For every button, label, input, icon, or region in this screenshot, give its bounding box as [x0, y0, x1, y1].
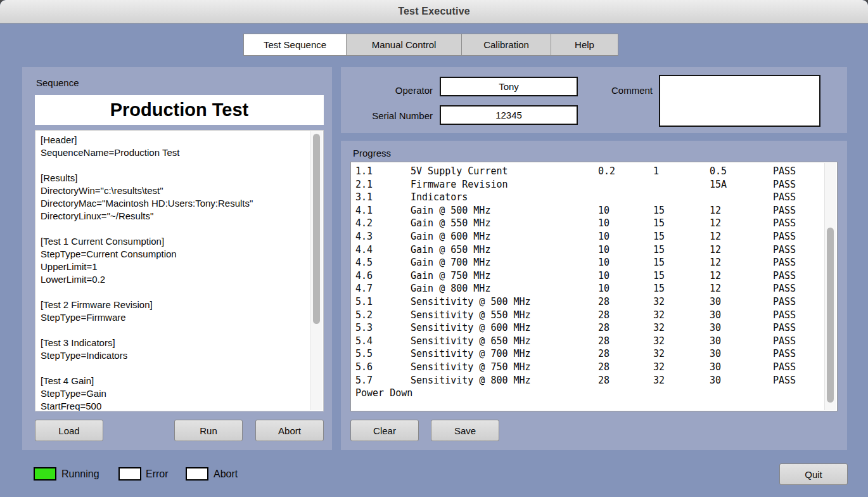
progress-cell-step: 5.7 — [355, 374, 411, 387]
running-indicator-label: Running — [61, 468, 99, 480]
window-title-bar[interactable]: Test Executive — [0, 0, 868, 23]
progress-cell-name: Gain @ 800 MHz — [411, 282, 598, 295]
quit-button[interactable]: Quit — [779, 463, 848, 485]
sequence-panel: Sequence Production Test [Header] Sequen… — [22, 67, 332, 450]
save-button[interactable]: Save — [431, 420, 499, 441]
comment-input[interactable] — [659, 75, 820, 127]
progress-cell-name: Gain @ 650 MHz — [411, 243, 598, 257]
progress-footer-line: Power Down — [351, 387, 837, 400]
progress-cell-high: 15 — [653, 269, 710, 283]
progress-row: 5.2Sensitivity @ 550 MHz283230PASS — [355, 309, 837, 322]
progress-cell-low: 10 — [598, 282, 653, 295]
progress-cell-measured — [710, 191, 773, 204]
progress-cell-step: 2.1 — [355, 178, 411, 191]
sequence-scrollbar-thumb[interactable] — [313, 134, 320, 324]
progress-row: 1.15V Supply Current0.210.5PASS — [355, 165, 837, 178]
progress-cell-step: 5.1 — [355, 295, 411, 309]
progress-cell-step: 3.1 — [355, 191, 411, 204]
progress-cell-low: 0.2 — [598, 165, 653, 178]
progress-cell-high: 32 — [653, 335, 710, 348]
progress-cell-low: 10 — [598, 230, 653, 243]
clear-button[interactable]: Clear — [350, 420, 419, 441]
abort-button[interactable]: Abort — [255, 420, 324, 441]
tab-manual-control[interactable]: Manual Control — [346, 34, 462, 56]
progress-cell-low: 28 — [598, 335, 653, 348]
sequence-scrollbar[interactable] — [310, 131, 322, 410]
progress-cell-step: 4.2 — [355, 217, 411, 230]
progress-cell-high — [653, 178, 710, 191]
progress-rows: 1.15V Supply Current0.210.5PASS2.1Firmwa… — [351, 162, 837, 387]
progress-cell-measured: 30 — [710, 335, 773, 348]
sequence-script-area[interactable]: [Header] SequenceName=Production Test [R… — [35, 130, 324, 411]
progress-cell-measured: 0.5 — [710, 165, 773, 178]
abort-indicator-label: Abort — [214, 468, 238, 480]
progress-cell-measured: 12 — [710, 217, 773, 230]
progress-cell-measured: 30 — [710, 295, 773, 309]
comment-label: Comment — [583, 85, 653, 96]
tab-help[interactable]: Help — [551, 34, 618, 56]
progress-cell-measured: 30 — [710, 321, 773, 335]
progress-cell-name: Gain @ 550 MHz — [411, 217, 598, 230]
serial-number-label: Serial Number — [341, 110, 433, 121]
progress-row: 4.7Gain @ 800 MHz101512PASS — [355, 282, 837, 295]
progress-cell-step: 4.5 — [355, 256, 411, 269]
progress-scrollbar-thumb[interactable] — [827, 228, 834, 403]
tab-test-sequence[interactable]: Test Sequence — [243, 34, 347, 56]
progress-row: 4.6Gain @ 750 MHz101512PASS — [355, 269, 837, 283]
progress-cell-step: 4.7 — [355, 282, 411, 295]
progress-cell-high: 15 — [653, 243, 710, 257]
progress-cell-name: Sensitivity @ 500 MHz — [411, 295, 598, 309]
progress-cell-high: 32 — [653, 295, 710, 309]
serial-number-input[interactable]: 12345 — [440, 105, 578, 125]
progress-cell-low: 10 — [598, 204, 653, 217]
progress-row: 4.4Gain @ 650 MHz101512PASS — [355, 243, 837, 257]
progress-cell-name: Gain @ 700 MHz — [411, 256, 598, 269]
load-button[interactable]: Load — [35, 420, 103, 441]
progress-cell-measured: 12 — [710, 204, 773, 217]
progress-cell-low: 10 — [598, 243, 653, 257]
progress-cell-name: 5V Supply Current — [411, 165, 598, 178]
run-button[interactable]: Run — [174, 420, 243, 441]
progress-cell-low: 10 — [598, 256, 653, 269]
error-indicator-led — [118, 467, 141, 481]
progress-cell-name: Sensitivity @ 700 MHz — [411, 347, 598, 361]
progress-cell-low: 28 — [598, 361, 653, 374]
progress-cell-low: 28 — [598, 309, 653, 322]
progress-cell-low: 10 — [598, 269, 653, 283]
progress-cell-step: 4.3 — [355, 230, 411, 243]
progress-cell-measured: 12 — [710, 269, 773, 283]
progress-cell-measured: 30 — [710, 361, 773, 374]
progress-cell-step: 4.1 — [355, 204, 411, 217]
progress-cell-name: Firmware Revision — [411, 178, 598, 191]
progress-cell-low: 28 — [598, 295, 653, 309]
progress-cell-high: 15 — [653, 217, 710, 230]
sequence-script-text: [Header] SequenceName=Production Test [R… — [35, 131, 315, 411]
progress-cell-high — [653, 191, 710, 204]
tab-calibration[interactable]: Calibration — [461, 34, 551, 56]
progress-scrollbar[interactable] — [824, 163, 836, 410]
progress-cell-low: 28 — [598, 347, 653, 361]
progress-row: 5.3Sensitivity @ 600 MHz283230PASS — [355, 321, 837, 335]
progress-cell-high: 1 — [653, 165, 710, 178]
progress-row: 2.1Firmware Revision15APASS — [355, 178, 837, 191]
progress-cell-high: 15 — [653, 256, 710, 269]
progress-cell-low — [598, 178, 653, 191]
progress-cell-step: 1.1 — [355, 165, 411, 178]
progress-results-area[interactable]: 1.15V Supply Current0.210.5PASS2.1Firmwa… — [350, 162, 838, 411]
running-indicator-led — [34, 467, 56, 481]
progress-cell-measured: 30 — [710, 309, 773, 322]
sequence-title-box: Production Test — [35, 95, 324, 125]
progress-cell-name: Indicators — [411, 191, 598, 204]
progress-panel-label: Progress — [353, 148, 391, 158]
operator-panel: Operator Tony Serial Number 12345 Commen… — [341, 67, 847, 133]
progress-cell-name: Gain @ 600 MHz — [411, 230, 598, 243]
tab-bar: Test Sequence Manual Control Calibration… — [243, 34, 618, 56]
progress-cell-measured: 30 — [710, 347, 773, 361]
progress-row: 5.5Sensitivity @ 700 MHz283230PASS — [355, 347, 837, 361]
progress-row: 3.1IndicatorsPASS — [355, 191, 837, 204]
operator-input[interactable]: Tony — [440, 77, 578, 96]
progress-cell-high: 32 — [653, 347, 710, 361]
progress-cell-high: 15 — [653, 282, 710, 295]
progress-cell-high: 32 — [653, 321, 710, 335]
progress-cell-measured: 12 — [710, 256, 773, 269]
